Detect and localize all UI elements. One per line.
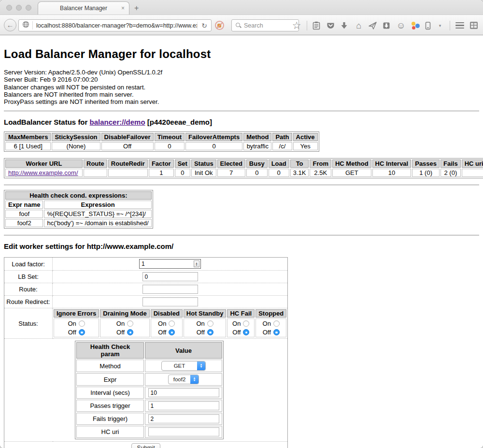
on-label: On bbox=[263, 320, 271, 327]
draining-mode-off-radio[interactable] bbox=[127, 329, 133, 335]
ignore-errors-off-radio[interactable] bbox=[79, 329, 85, 335]
route-input[interactable] bbox=[142, 285, 198, 294]
download-icon[interactable] bbox=[341, 22, 349, 29]
col-status: Status bbox=[191, 159, 216, 168]
cell-load: 0 bbox=[269, 169, 289, 177]
col-draining-mode: Draining Mode bbox=[100, 309, 149, 318]
home-icon[interactable]: ⌂ bbox=[355, 21, 363, 30]
edit-worker-heading: Edit worker settings for http://www.exam… bbox=[4, 242, 479, 250]
divider bbox=[4, 185, 479, 186]
chevron-down-icon[interactable]: ▾ bbox=[436, 21, 444, 30]
col-expression: Expression bbox=[44, 201, 151, 209]
server-version-line: Server Version: Apache/2.5.0-dev (Unix) … bbox=[4, 69, 479, 76]
status-radio-row: OnOff OnOff OnOff OnOff bbox=[54, 318, 286, 337]
tab-balancer-manager[interactable]: Balancer Manager × bbox=[38, 1, 129, 14]
lb-set-input[interactable] bbox=[142, 272, 198, 281]
col-disablefailover: DisableFailover bbox=[101, 133, 154, 141]
table-row: 6 [1 Used] (None) Off 0 0 bytraffic /c/ … bbox=[5, 142, 318, 150]
minimize-window-button[interactable] bbox=[16, 5, 22, 11]
submit-button[interactable]: Submit bbox=[131, 443, 160, 448]
bookmark-star-icon[interactable]: ☆ bbox=[292, 21, 301, 30]
tab-title: Balancer Manager bbox=[60, 5, 107, 12]
method-select[interactable]: GET▲▼ bbox=[161, 361, 206, 371]
tab-bar: Balancer Manager × + bbox=[0, 0, 483, 14]
balancer-demo-link[interactable]: balancer://demo bbox=[90, 118, 145, 126]
pocket-icon[interactable] bbox=[327, 22, 335, 29]
col-factor: Factor bbox=[149, 159, 174, 168]
url-text[interactable]: localhost:8880/balancer-manager?b=demo&w… bbox=[36, 22, 197, 29]
worker-row: http://www.example.com/ 1 0 Init Ok 7 0 … bbox=[5, 169, 483, 177]
reload-icon[interactable]: ↻ bbox=[197, 22, 211, 29]
colors-extension-icon[interactable] bbox=[411, 21, 420, 30]
site-identity-globe-icon[interactable] bbox=[22, 21, 29, 30]
passes-label: Passes trigger bbox=[76, 400, 144, 412]
hot-standby-off-radio[interactable] bbox=[207, 329, 213, 335]
load-factor-input[interactable]: 1 ▲▼ bbox=[139, 259, 201, 269]
col-passes: Passes bbox=[412, 159, 440, 168]
content-blocked-icon[interactable] bbox=[215, 21, 224, 30]
zoom-window-button[interactable] bbox=[26, 5, 31, 11]
route-redirect-input[interactable] bbox=[142, 297, 198, 306]
cell-timeout: 0 bbox=[155, 142, 185, 150]
form-row-status: Status: Ignore Errors Draining Mode Disa… bbox=[4, 308, 288, 339]
save-to-device-icon[interactable] bbox=[383, 22, 391, 29]
forget-smiley-icon[interactable]: ☺ bbox=[397, 21, 406, 30]
back-button[interactable]: ← bbox=[4, 19, 16, 31]
hc-fail-on-radio[interactable] bbox=[243, 320, 249, 327]
hc-uri-value-cell bbox=[145, 426, 222, 438]
disabled-on-radio[interactable] bbox=[169, 320, 175, 327]
select-chevrons-icon: ▲▼ bbox=[190, 375, 199, 384]
col-routeredir: RouteRedir bbox=[108, 159, 148, 168]
draining-mode-cell: OnOff bbox=[100, 318, 149, 337]
new-tab-button[interactable]: + bbox=[134, 4, 139, 13]
close-window-button[interactable] bbox=[6, 5, 12, 11]
col-hc-interval: HC Interval bbox=[372, 159, 412, 168]
stepper-icon[interactable]: ▲▼ bbox=[194, 260, 199, 267]
route-redirect-cell bbox=[53, 296, 288, 308]
hot-standby-on-radio[interactable] bbox=[207, 320, 213, 327]
search-bar[interactable]: Search bbox=[231, 19, 299, 31]
device-battery-icon[interactable] bbox=[425, 21, 434, 30]
worker-status-table: Worker URL Route RouteRedir Factor Set S… bbox=[4, 158, 483, 178]
fails-input[interactable] bbox=[148, 414, 219, 423]
cell-fails: 2 (0) bbox=[440, 169, 461, 177]
status-cell: Ignore Errors Draining Mode Disabled Hot… bbox=[53, 308, 288, 339]
hc-row-passes: Passes trigger bbox=[76, 400, 222, 412]
fails-label: Fails trigger) bbox=[76, 413, 144, 425]
col-hc-value: Value bbox=[145, 342, 222, 359]
passes-input[interactable] bbox=[148, 401, 219, 410]
cell-hc-method: GET bbox=[332, 169, 371, 177]
on-label: On bbox=[158, 320, 166, 327]
search-icon bbox=[236, 23, 242, 29]
submit-cell: Submit bbox=[4, 442, 288, 448]
hc-uri-input[interactable] bbox=[148, 427, 219, 436]
worker-url-link[interactable]: http://www.example.com/ bbox=[8, 169, 78, 176]
col-fails: Fails bbox=[440, 159, 461, 168]
stopped-off-radio[interactable] bbox=[273, 329, 280, 335]
interval-input[interactable] bbox=[148, 388, 219, 397]
expr-select[interactable]: foof2▲▼ bbox=[168, 375, 199, 384]
edit-worker-form: Load factor: 1 ▲▼ LB Set: Route: bbox=[4, 257, 288, 448]
disabled-off-radio[interactable] bbox=[169, 329, 175, 335]
hc-header-row: Health Check param Value bbox=[76, 342, 222, 359]
draining-mode-on-radio[interactable] bbox=[127, 320, 133, 327]
cell-passes: 1 (0) bbox=[412, 169, 440, 177]
stopped-on-radio[interactable] bbox=[273, 320, 280, 327]
expr-selected-value: foof2 bbox=[169, 376, 190, 382]
tab-groups-icon[interactable] bbox=[469, 21, 478, 29]
ignore-errors-on-radio[interactable] bbox=[79, 320, 85, 327]
fails-value-cell bbox=[145, 413, 222, 425]
tab-close-icon[interactable]: × bbox=[121, 5, 125, 12]
page-content: Load Balancer Manager for localhost Serv… bbox=[0, 35, 483, 448]
expression-row: foof2 hc('body') =~ /domain is establish… bbox=[5, 219, 152, 227]
hc-row-fails: Fails trigger) bbox=[76, 413, 222, 425]
url-bar[interactable]: localhost:8880/balancer-manager?b=demo&w… bbox=[18, 19, 212, 31]
cell-failoverattempts: 0 bbox=[185, 142, 242, 150]
send-plane-icon[interactable] bbox=[369, 22, 377, 29]
clipboard-icon[interactable] bbox=[313, 21, 321, 30]
col-path: Path bbox=[272, 133, 292, 141]
heading-prefix: LoadBalancer Status for bbox=[4, 118, 90, 126]
hc-fail-off-radio[interactable] bbox=[243, 329, 249, 335]
hamburger-menu-icon[interactable] bbox=[455, 22, 464, 29]
server-built-line: Server Built: Feb 9 2016 07:00:20 bbox=[4, 76, 479, 83]
